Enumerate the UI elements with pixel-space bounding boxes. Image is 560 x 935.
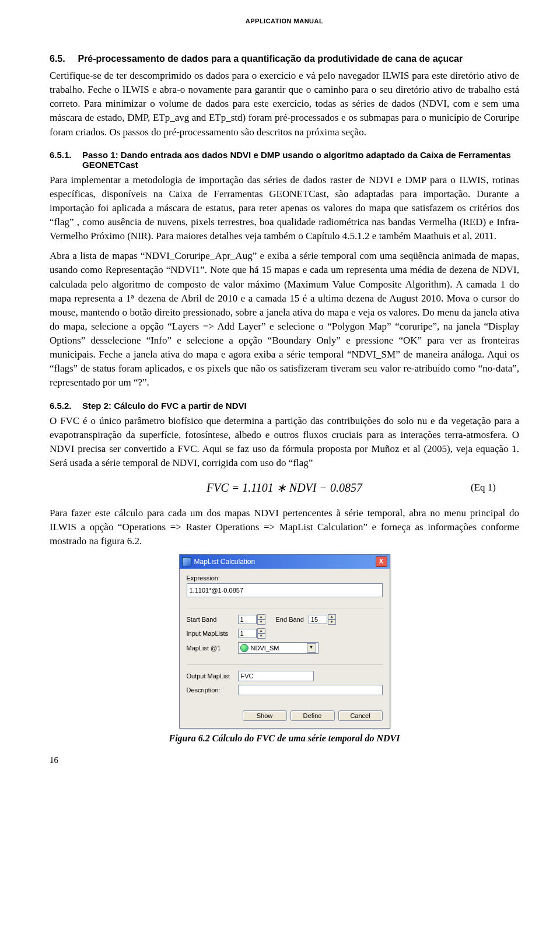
heading-6-5: 6.5. Pré-processamento de dados para a q… xyxy=(50,54,519,64)
input-maplists-spinner[interactable]: ▲▼ xyxy=(257,628,265,639)
description-input[interactable] xyxy=(238,685,383,695)
equation-1: FVC = 1.1101 ∗ NDVI − 0.0857 xyxy=(206,481,362,495)
heading-number: 6.5.2. xyxy=(50,401,82,411)
paragraph-6-5: Certifique-se de ter descomprimido os da… xyxy=(50,69,519,139)
maplist-calculation-dialog: MapList Calculation X Expression: Start … xyxy=(179,554,390,729)
app-icon xyxy=(182,557,191,566)
maplist-1-value: NDVI_SM xyxy=(251,645,279,652)
show-button[interactable]: Show xyxy=(243,710,287,721)
paragraph-6-5-1-a: Para implementar a metodologia de import… xyxy=(50,173,519,244)
chevron-down-icon: ▼ xyxy=(307,643,316,653)
expression-label: Expression: xyxy=(187,575,383,582)
heading-title: Passo 1: Dando entrada aos dados NDVI e … xyxy=(82,150,519,170)
page-header: APPLICATION MANUAL xyxy=(50,17,519,24)
heading-title: Pré-processamento de dados para a quanti… xyxy=(78,54,463,64)
dialog-titlebar: MapList Calculation X xyxy=(180,555,390,569)
close-icon[interactable]: X xyxy=(376,556,387,567)
equation-1-label: (Eq 1) xyxy=(471,482,496,493)
heading-number: 6.5. xyxy=(50,54,75,64)
define-button[interactable]: Define xyxy=(290,710,335,721)
output-maplist-input[interactable] xyxy=(238,671,314,681)
end-band-spinner[interactable]: ▲▼ xyxy=(328,614,336,625)
description-label: Description: xyxy=(187,687,233,694)
page-number: 16 xyxy=(50,755,519,765)
dialog-title: MapList Calculation xyxy=(194,558,256,566)
maplist-1-combobox[interactable]: NDVI_SM ▼ xyxy=(238,642,318,654)
heading-6-5-1: 6.5.1. Passo 1: Dando entrada aos dados … xyxy=(50,150,519,170)
start-band-spinner[interactable]: ▲▼ xyxy=(257,614,265,625)
figure-caption: Figura 6.2 Cálculo do FVC de uma série t… xyxy=(50,733,519,744)
end-band-input[interactable] xyxy=(309,615,327,624)
input-maplists-input[interactable] xyxy=(238,629,257,638)
start-band-label: Start Band xyxy=(187,616,233,623)
end-band-label: End Band xyxy=(276,616,304,623)
start-band-input[interactable] xyxy=(238,615,257,624)
heading-6-5-2: 6.5.2. Step 2: Cálculo do FVC a partir d… xyxy=(50,401,519,411)
heading-number: 6.5.1. xyxy=(50,150,82,160)
output-maplist-label: Output MapList xyxy=(187,673,233,680)
paragraph-6-5-1-b: Abra a lista de mapas “NDVI_Coruripe_Apr… xyxy=(50,249,519,390)
expression-input[interactable] xyxy=(187,583,383,597)
maplist-1-label: MapList @1 xyxy=(187,645,233,652)
globe-icon xyxy=(240,644,249,652)
input-maplists-label: Input MapLists xyxy=(187,630,233,637)
heading-title: Step 2: Cálculo do FVC a partir de NDVI xyxy=(82,401,519,411)
paragraph-6-5-2-b: Para fazer este cálculo para cada um dos… xyxy=(50,506,519,548)
cancel-button[interactable]: Cancel xyxy=(338,710,383,721)
equation-1-row: FVC = 1.1101 ∗ NDVI − 0.0857 (Eq 1) xyxy=(50,476,519,499)
paragraph-6-5-2-a: O FVC é o único parâmetro biofísico que … xyxy=(50,414,519,471)
